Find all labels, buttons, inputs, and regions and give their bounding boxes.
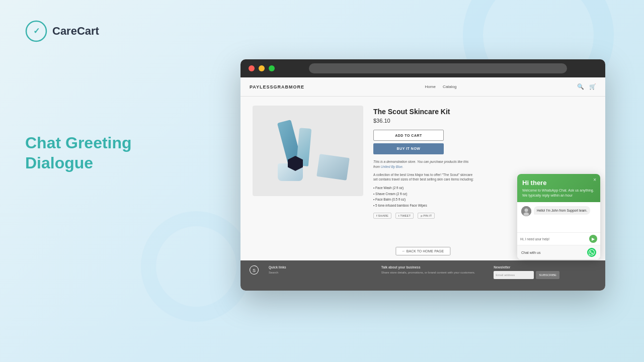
feature-title-line2: Dialogue [25, 153, 206, 173]
back-home-button[interactable]: ← BACK TO HOME PAGE [395, 247, 450, 255]
svg-text:✓: ✓ [33, 27, 40, 35]
chat-header: × Hi there Welcome to WhatsApp Chat. Ask… [517, 174, 600, 202]
product-description: This is a demonstration store. You can p… [373, 159, 474, 169]
share-twitter[interactable]: t TWEET [395, 213, 414, 219]
chat-close-button[interactable]: × [593, 177, 596, 183]
store-content: PAYLESSGRABMORE Home Catalog 🔍 🛒 [240, 77, 605, 291]
browser-dot-close[interactable] [249, 65, 255, 71]
chat-response-time: We typically reply within an hour [522, 194, 573, 197]
store-name: PAYLESSGRABMORE [250, 84, 304, 89]
chat-send-button[interactable]: ▶ [589, 235, 597, 243]
browser-dot-fullscreen[interactable] [269, 65, 275, 71]
chat-greeting: Hi there [522, 179, 595, 187]
add-to-cart-button[interactable]: ADD TO CART [373, 130, 444, 141]
store-footer: S Quick links Search Talk about your bus… [240, 260, 605, 291]
nav-catalog[interactable]: Catalog [443, 84, 457, 89]
search-icon[interactable]: 🔍 [577, 83, 584, 90]
logo-text: CareCart [52, 25, 99, 38]
chat-agent-message: Hello! I'm John from Support team. [521, 206, 596, 216]
agent-avatar [521, 206, 531, 216]
svg-point-6 [524, 213, 529, 216]
chat-widget: × Hi there Welcome to WhatsApp Chat. Ask… [517, 174, 600, 259]
whatsapp-icon[interactable] [587, 248, 596, 257]
chat-with-us-label: Chat with us [521, 251, 541, 254]
email-input[interactable]: Email address [494, 271, 534, 279]
share-pinterest[interactable]: p PIN IT [418, 213, 435, 219]
chat-input-area[interactable]: ▶ [517, 232, 600, 245]
svg-text:S: S [253, 268, 256, 273]
buy-now-button[interactable]: BUY IT NOW [373, 143, 444, 154]
cart-icon[interactable]: 🛒 [589, 83, 596, 90]
feature-title-area: Chat Greeting Dialogue [25, 133, 206, 173]
footer-quick-links: Quick links Search [269, 265, 371, 274]
nav-icons: 🔍 🛒 [577, 83, 596, 90]
product-image-area [253, 106, 363, 196]
agent-message-text: Hello! I'm John from Support team. [534, 206, 590, 215]
subscribe-button[interactable]: SUBSCRIBE [536, 271, 559, 279]
product-visual [258, 111, 358, 191]
chat-input[interactable] [520, 237, 587, 241]
nav-links: Home Catalog [425, 84, 457, 89]
store-nav: PAYLESSGRABMORE Home Catalog 🔍 🛒 [240, 77, 605, 97]
browser-url-bar[interactable] [309, 63, 567, 73]
chat-welcome-text: Welcome to WhatsApp Chat. Ask us anythin… [522, 188, 595, 198]
browser-chrome-bar [240, 59, 605, 77]
logo-area: ✓ CareCart [25, 20, 206, 42]
left-panel: ✓ CareCart Chat Greeting Dialogue [0, 0, 231, 362]
svg-point-5 [525, 209, 528, 212]
share-facebook[interactable]: f SHARE [373, 213, 391, 219]
browser-mockup: PAYLESSGRABMORE Home Catalog 🔍 🛒 [240, 59, 605, 291]
chat-with-us-bar[interactable]: Chat with us [517, 245, 600, 259]
product-description2: A collection of the best Urea Major has … [373, 172, 474, 183]
product-card [316, 154, 350, 180]
footer-newsletter: Newsletter Email address SUBSCRIBE [494, 265, 596, 279]
footer-shopify-logo: S [250, 265, 259, 275]
carecart-logo-icon: ✓ [25, 20, 47, 42]
product-price: $36.10 [373, 118, 593, 124]
browser-dot-minimize[interactable] [259, 65, 265, 71]
product-title: The Scout Skincare Kit [373, 108, 593, 116]
footer-about: Talk about your business Share store det… [381, 265, 484, 274]
chat-body: Hello! I'm John from Support team. [517, 202, 600, 232]
nav-home[interactable]: Home [425, 84, 436, 89]
feature-title-line1: Chat Greeting [25, 133, 206, 153]
